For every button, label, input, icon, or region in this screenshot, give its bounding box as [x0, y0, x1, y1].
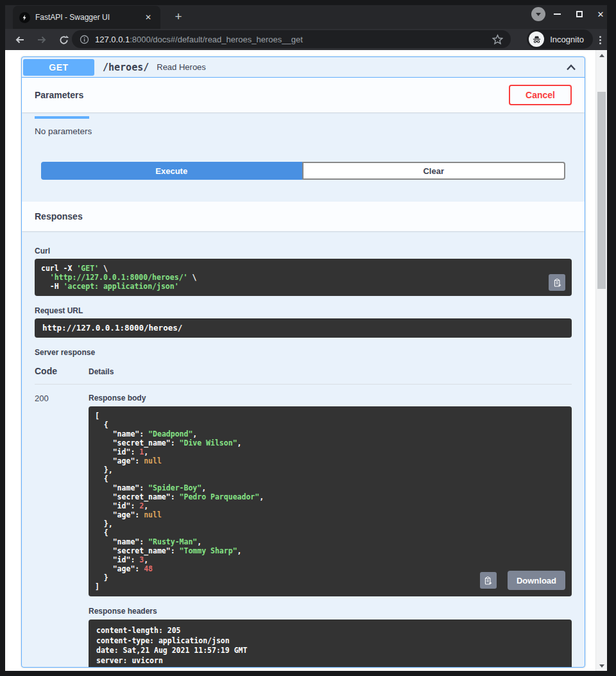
minimize-icon	[554, 13, 561, 15]
clear-button[interactable]: Clear	[302, 162, 566, 180]
opblock-get-heroes: GET /heroes/ Read Heroes Parameters Canc…	[21, 56, 585, 668]
cancel-button[interactable]: Cancel	[509, 85, 572, 105]
scroll-down-button[interactable]	[596, 661, 607, 670]
request-url-block: http://127.0.0.1:8000/heroes/	[35, 318, 572, 338]
page-scrollbar[interactable]	[595, 50, 607, 671]
window-menu-button[interactable]	[531, 7, 545, 21]
response-row-200: 200 Response body [ { "name": "Deadpond"…	[35, 385, 572, 668]
response-body-block: [ { "name": "Deadpond", "secret_name": "…	[89, 406, 572, 596]
bookmark-star-icon[interactable]	[492, 34, 503, 45]
execute-button[interactable]: Execute	[41, 162, 302, 180]
new-tab-button[interactable]: +	[171, 9, 186, 24]
info-icon[interactable]	[80, 35, 89, 44]
code-column-header: Code	[35, 366, 89, 376]
back-button[interactable]	[13, 33, 27, 47]
reload-icon	[58, 35, 69, 46]
execute-row: Execute Clear	[22, 136, 585, 202]
forward-button[interactable]	[35, 33, 49, 47]
minimize-button[interactable]	[552, 9, 562, 19]
triangle-down-icon	[599, 664, 604, 668]
browser-tab[interactable]: FastAPI - Swagger UI ✕	[13, 6, 160, 29]
triangle-up-icon	[599, 54, 604, 57]
browser-toolbar: 127.0.0.1:8000/docs#/default/read_heroes…	[5, 29, 607, 50]
tab-title: FastAPI - Swagger UI	[35, 13, 142, 22]
forward-icon	[36, 34, 47, 46]
endpoint-summary: Read Heroes	[157, 62, 206, 72]
window-titlebar: FastAPI - Swagger UI ✕ + ✕	[5, 5, 607, 29]
request-url-value: http://127.0.0.1:8000/heroes/	[42, 324, 564, 333]
endpoint-path: /heroes/	[103, 62, 149, 73]
response-headers-label: Response headers	[89, 607, 572, 616]
incognito-label: Incognito	[550, 35, 584, 44]
url-host: 127.0.0.1	[95, 35, 130, 44]
responses-header: Responses	[22, 202, 585, 231]
reload-button[interactable]	[56, 33, 71, 47]
url-text[interactable]: 127.0.0.1:8000/docs#/default/read_heroes…	[95, 35, 492, 44]
window-close-button[interactable]: ✕	[595, 9, 606, 19]
no-parameters-text: No parameters	[22, 112, 585, 136]
collapse-button[interactable]	[564, 60, 578, 74]
tab-parameters[interactable]: Parameters	[35, 78, 89, 112]
chevron-down-icon	[536, 13, 541, 16]
clipboard-icon	[483, 576, 493, 585]
incognito-badge: Incognito	[527, 30, 593, 49]
url-bar[interactable]: 127.0.0.1:8000/docs#/default/read_heroes…	[72, 30, 511, 48]
back-icon	[14, 34, 26, 46]
response-details: Response body [ { "name": "Deadpond", "s…	[89, 392, 572, 668]
request-url-label: Request URL	[35, 306, 572, 315]
response-headers-block: content-length: 205 content-type: applic…	[89, 620, 572, 668]
response-table-header: Code Details	[35, 366, 572, 376]
responses-title: Responses	[35, 211, 83, 221]
details-column-header: Details	[89, 367, 114, 376]
curl-label: Curl	[35, 247, 572, 256]
swagger-content: GET /heroes/ Read Heroes Parameters Canc…	[5, 50, 595, 671]
scrollbar-thumb[interactable]	[597, 92, 606, 289]
tab-close-icon[interactable]: ✕	[142, 12, 154, 23]
response-body-json: [ { "name": "Deadpond", "secret_name": "…	[95, 412, 565, 591]
copy-curl-button[interactable]	[549, 274, 565, 291]
fastapi-logo-icon	[19, 12, 30, 23]
responses-area: Curl curl -X 'GET' \ 'http://127.0.0.1:8…	[22, 231, 585, 668]
response-body-buttons: Download	[480, 571, 565, 590]
parameters-title: Parameters	[35, 90, 89, 100]
page-viewport: GET /heroes/ Read Heroes Parameters Canc…	[5, 50, 607, 671]
method-badge: GET	[23, 59, 94, 76]
curl-command: curl -X 'GET' \ 'http://127.0.0.1:8000/h…	[41, 264, 543, 291]
copy-response-button[interactable]	[480, 572, 497, 589]
status-code: 200	[35, 392, 89, 668]
response-headers-text: content-length: 205 content-type: applic…	[96, 626, 564, 666]
maximize-button[interactable]	[574, 9, 585, 19]
browser-menu-button[interactable]	[594, 33, 606, 46]
response-body-label: Response body	[89, 394, 572, 403]
curl-block: curl -X 'GET' \ 'http://127.0.0.1:8000/h…	[35, 259, 572, 296]
scroll-up-button[interactable]	[596, 51, 607, 60]
opblock-summary[interactable]: GET /heroes/ Read Heroes	[22, 57, 585, 78]
server-response-label: Server response	[35, 348, 572, 357]
clipboard-icon	[552, 278, 562, 288]
download-button[interactable]: Download	[508, 571, 565, 590]
url-path: :8000/docs#/default/read_heroes_heroes__…	[130, 35, 303, 44]
maximize-icon	[576, 11, 583, 17]
active-tab-indicator	[35, 116, 89, 119]
chevron-up-icon	[565, 61, 578, 74]
incognito-icon	[529, 31, 544, 47]
parameters-header: Parameters Cancel	[22, 78, 585, 112]
